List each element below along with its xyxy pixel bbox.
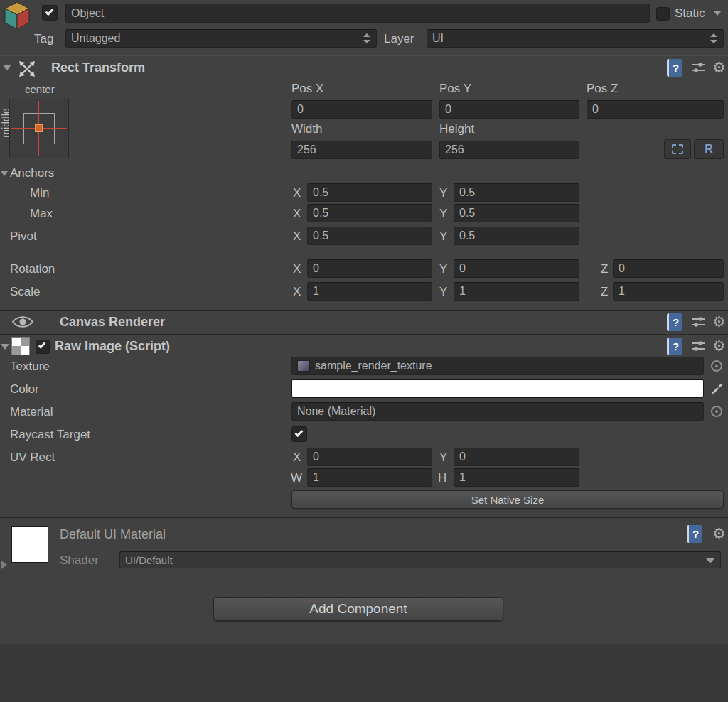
texture-thumbnail-icon [297,360,310,372]
raw-image-icon [11,337,30,355]
checkmark-icon [38,341,46,349]
uv-x-input[interactable]: 0 [307,448,432,466]
raw-image-foldout-icon[interactable] [1,344,9,350]
rect-transform-foldout-icon[interactable] [3,65,11,70]
presets-icon[interactable] [691,62,705,74]
layer-label: Layer [384,32,414,46]
scale-x-input[interactable]: 1 [307,282,432,301]
rect-transform-icon [16,58,38,80]
max-x-input[interactable]: 0.5 [307,204,432,222]
uv-h-input[interactable]: 1 [454,468,579,487]
uv-w-input[interactable]: 1 [307,468,432,487]
presets-icon[interactable] [691,316,705,328]
min-y-input[interactable]: 0.5 [454,183,579,202]
pivot-x-input[interactable]: 0.5 [307,227,432,245]
add-component-button[interactable]: Add Component [213,597,503,621]
gear-icon[interactable]: ⚙ [712,314,726,329]
tag-dropdown[interactable]: Untagged [65,29,377,48]
scale-x-axis-label: X [293,285,301,299]
preview-area [0,644,728,702]
gear-icon[interactable]: ⚙ [712,338,726,353]
texture-object-field[interactable]: sample_render_texture [291,357,704,375]
eyedropper-icon[interactable] [711,380,725,394]
pos-z-input[interactable]: 0 [587,100,724,119]
rect-transform-title: Rect Transform [51,60,145,75]
static-label: Static [675,6,705,21]
help-glyph: ? [673,62,679,74]
name-input[interactable]: Object [65,4,650,23]
max-x-axis-label: X [293,207,301,221]
layer-dropdown-arrows-icon [710,33,717,43]
pivot-y-input[interactable]: 0.5 [454,227,579,245]
help-icon[interactable]: ? [687,525,702,543]
canvas-renderer-title: Canvas Renderer [60,315,165,330]
scale-y-axis-label: Y [439,285,447,299]
anchors-foldout-icon[interactable] [1,171,8,176]
help-glyph: ? [692,528,699,540]
raw-image-enabled-checkbox[interactable] [36,340,50,354]
scale-y-input[interactable]: 1 [454,282,579,301]
unity-inspector-panel: Object Static Tag Untagged Layer UI Rect… [0,0,728,702]
canvas-renderer-eye-icon [11,313,34,330]
help-icon[interactable]: ? [667,59,682,77]
max-y-input[interactable]: 0.5 [454,204,579,222]
raw-image-title: Raw Image (Script) [55,339,170,354]
gear-icon[interactable]: ⚙ [712,60,726,75]
pos-x-input[interactable]: 0 [291,100,432,119]
pos-y-input[interactable]: 0 [439,100,579,119]
material-object-field[interactable]: None (Material) [291,402,704,421]
checkmark-icon [45,7,53,16]
min-x-input[interactable]: 0.5 [307,183,432,202]
uv-y-input[interactable]: 0 [454,448,579,466]
help-glyph: ? [673,340,679,352]
help-icon[interactable]: ? [667,313,682,331]
shader-dropdown[interactable]: UI/Default [119,551,721,568]
material-preview-swatch[interactable] [11,526,48,563]
rotation-z-input[interactable]: 0 [613,259,724,278]
rotation-y-input[interactable]: 0 [454,259,579,278]
rotation-x-input[interactable]: 0 [307,259,432,278]
anchor-preset-widget[interactable] [9,99,69,158]
shader-value: UI/Default [125,554,173,566]
raw-edit-mode-button[interactable]: R [694,139,724,159]
material-section-divider [0,517,728,518]
width-label: Width [291,122,322,136]
scale-z-input[interactable]: 1 [613,282,724,301]
pivot-label: Pivot [10,230,37,244]
anchor-top-label: center [25,83,55,95]
presets-icon[interactable] [691,340,705,352]
anchors-max-label: Max [30,207,53,221]
height-input[interactable]: 256 [439,141,579,159]
gear-icon[interactable]: ⚙ [712,526,726,541]
set-native-size-button[interactable]: Set Native Size [291,490,724,509]
active-checkbox[interactable] [42,5,58,21]
layer-dropdown[interactable]: UI [427,29,724,48]
blueprint-rect-icon [672,144,683,154]
rotation-y-axis-label: Y [439,262,447,276]
rotation-label: Rotation [10,262,55,276]
width-input[interactable]: 256 [291,141,432,159]
uv-w-axis-label: W [291,471,302,485]
color-swatch[interactable] [291,379,704,398]
footer-divider [0,580,728,581]
texture-object-picker-icon[interactable] [711,360,722,372]
raycast-target-label: Raycast Target [10,428,90,442]
shader-label: Shader [60,554,99,568]
pivot-x-axis-label: X [293,230,301,244]
tag-dropdown-arrows-icon [363,33,370,43]
static-checkbox[interactable] [656,7,670,21]
gameobject-cube-icon [2,1,32,31]
help-icon[interactable]: ? [667,338,682,355]
checkmark-icon [294,428,303,437]
tag-value: Untagged [71,32,120,45]
raycast-target-checkbox[interactable] [291,426,307,442]
anchors-label: Anchors [10,166,54,180]
material-preview-foldout-icon[interactable] [1,561,7,569]
blueprint-mode-button[interactable] [664,139,691,159]
layer-value: UI [432,32,444,45]
material-label: Material [10,405,53,419]
height-label: Height [439,122,474,136]
material-object-picker-icon[interactable] [711,406,722,417]
uv-x-axis-label: X [293,450,301,465]
static-dropdown-arrow-icon[interactable] [713,11,722,16]
